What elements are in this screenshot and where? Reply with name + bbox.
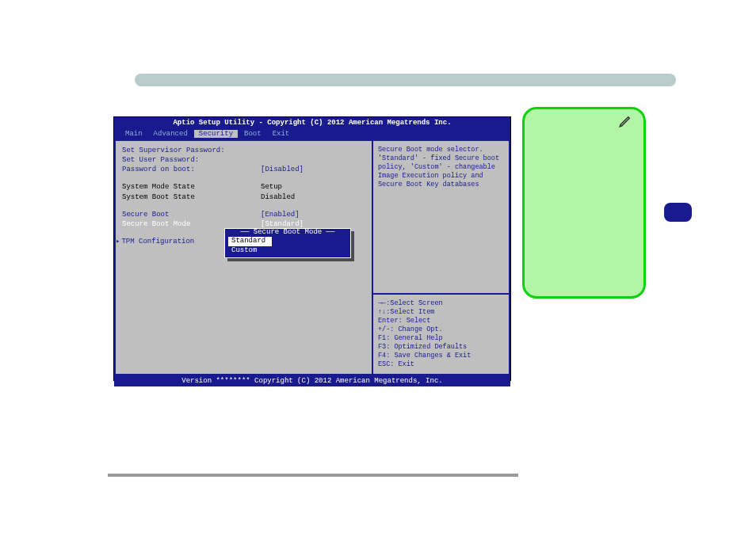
bios-body: Set Supervisor Password: Set User Passwo… xyxy=(114,139,510,375)
tab-main[interactable]: Main xyxy=(120,130,147,138)
help-key-line: ↑↓:Select Item xyxy=(378,308,504,317)
setting-label: Set Supervisor Password: xyxy=(122,146,261,155)
bios-settings-pane: Set Supervisor Password: Set User Passwo… xyxy=(114,139,372,375)
setting-secure-boot[interactable]: Secure Boot [Enabled] xyxy=(122,210,365,219)
help-key-line: ESC: Exit xyxy=(378,360,504,369)
help-key-line: →←:Select Screen xyxy=(378,299,504,308)
tab-security[interactable]: Security xyxy=(194,130,238,138)
decorative-bar xyxy=(135,74,676,86)
pen-icon xyxy=(618,114,632,133)
decorative-divider xyxy=(108,474,518,477)
bios-footer: Version ******** Copyright (C) 2012 Amer… xyxy=(114,375,510,386)
secure-boot-mode-popup: —— Secure Boot Mode —— Standard Custom xyxy=(224,228,351,258)
decorative-pill xyxy=(664,203,692,222)
help-key-line: F1: General Help xyxy=(378,334,504,343)
help-keys: →←:Select Screen ↑↓:Select Item Enter: S… xyxy=(373,293,509,374)
setting-system-mode: System Mode State Setup xyxy=(122,182,365,192)
setting-value: Disabled xyxy=(261,192,295,202)
setting-label: System Boot State xyxy=(122,192,261,202)
setting-value: [Disabled] xyxy=(261,165,304,174)
setting-value: [Enabled] xyxy=(261,210,300,219)
setting-label: Password on boot: xyxy=(122,165,261,174)
note-callout xyxy=(522,107,646,299)
submenu-arrow-icon: ▸ xyxy=(116,237,121,246)
setting-supervisor-password[interactable]: Set Supervisor Password: xyxy=(122,146,365,155)
popup-option-custom[interactable]: Custom xyxy=(228,246,347,256)
popup-option-standard[interactable]: Standard xyxy=(228,237,272,246)
help-description: Secure Boot mode selector. 'Standard' - … xyxy=(373,141,509,293)
help-key-line: F4: Save Changes & Exit xyxy=(378,352,504,360)
bios-help-pane: Secure Boot mode selector. 'Standard' - … xyxy=(372,139,510,375)
setting-value: Setup xyxy=(261,182,282,192)
setting-system-boot: System Boot State Disabled xyxy=(122,192,365,202)
setting-label: Secure Boot xyxy=(122,210,261,219)
help-key-line: Enter: Select xyxy=(378,317,504,326)
setting-user-password[interactable]: Set User Password: xyxy=(122,155,365,165)
help-key-line: F3: Optimized Defaults xyxy=(378,343,504,352)
popup-title-text: Secure Boot Mode xyxy=(254,228,322,236)
setting-label: System Mode State xyxy=(122,182,261,192)
popup-title: —— Secure Boot Mode —— xyxy=(228,228,347,236)
tab-exit[interactable]: Exit xyxy=(268,130,295,138)
setting-password-on-boot[interactable]: Password on boot: [Disabled] xyxy=(122,165,365,174)
bios-window: Aptio Setup Utility - Copyright (C) 2012… xyxy=(113,116,511,381)
bios-title: Aptio Setup Utility - Copyright (C) 2012… xyxy=(114,117,510,128)
help-key-line: +/-: Change Opt. xyxy=(378,326,504,334)
setting-label: Set User Password: xyxy=(122,155,261,165)
bios-tab-bar: Main Advanced Security Boot Exit xyxy=(114,128,510,139)
tab-boot[interactable]: Boot xyxy=(239,130,266,138)
tab-advanced[interactable]: Advanced xyxy=(149,130,193,138)
